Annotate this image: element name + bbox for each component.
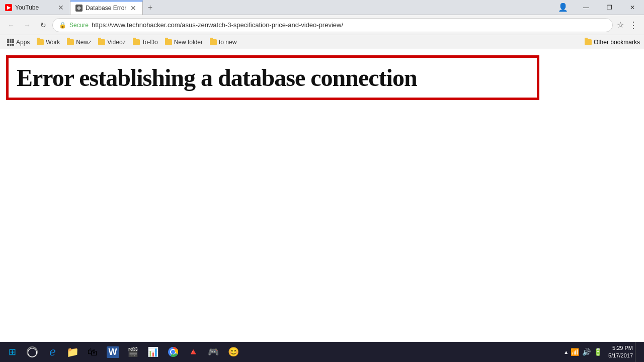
ie-icon: ℯ	[49, 345, 56, 358]
movies-icon: 🎬	[127, 346, 138, 357]
minimize-button[interactable]: —	[575, 0, 598, 15]
tab-youtube[interactable]: ▶ YouTube ✕	[0, 1, 70, 15]
word-button[interactable]: W	[103, 342, 123, 362]
windows-logo-icon: ⊞	[9, 346, 16, 357]
db-tab-close[interactable]: ✕	[129, 4, 137, 12]
movies-button[interactable]: 🎬	[123, 342, 143, 362]
show-desktop-button[interactable]	[635, 342, 638, 362]
page-content: Error establishing a database connection	[0, 49, 644, 342]
file-explorer-button[interactable]: 📁	[62, 342, 83, 362]
system-tray-expand[interactable]: ▲	[564, 349, 569, 355]
folder-icon	[37, 39, 44, 45]
maximize-button[interactable]: ❐	[598, 0, 621, 15]
folder-icon	[98, 39, 105, 45]
db-tab-icon: ⊗	[75, 5, 83, 12]
refresh-button[interactable]: ↻	[36, 18, 50, 32]
secure-label: Secure	[69, 22, 89, 29]
cortana-icon: ◯	[27, 346, 38, 357]
close-button[interactable]: ✕	[621, 0, 644, 15]
youtube-tab-label: YouTube	[15, 4, 54, 11]
forward-button[interactable]: →	[20, 18, 34, 32]
battery-icon: 🔋	[594, 348, 602, 356]
misc1-button[interactable]: 🎮	[203, 342, 223, 362]
start-button[interactable]: ⊞	[2, 342, 22, 362]
other-bookmarks-folder-icon	[585, 39, 592, 45]
newz-label: Newz	[76, 39, 91, 46]
other-bookmarks-label: Other bookmarks	[594, 39, 640, 46]
time-display: 5:29 PM	[608, 344, 633, 352]
taskbar-clock[interactable]: 5:29 PM 5/17/2017	[608, 344, 633, 360]
svg-point-2	[171, 350, 175, 354]
store-icon: 🛍	[88, 346, 98, 358]
bookmark-star-button[interactable]: ☆	[617, 20, 624, 30]
to-new-label: to new	[219, 39, 236, 46]
teams-icon: 📊	[147, 346, 158, 357]
teams-button[interactable]: 📊	[143, 342, 163, 362]
back-button[interactable]: ←	[4, 18, 18, 32]
apps-grid-icon	[7, 39, 14, 46]
apps-label: Apps	[16, 39, 30, 46]
todo-label: To-Do	[142, 39, 158, 46]
misc1-icon: 🎮	[208, 346, 219, 357]
url-text: https://www.technohacker.com/asus-zenwat…	[92, 21, 606, 29]
bookmark-apps[interactable]: Apps	[4, 38, 33, 47]
new-folder-label: New folder	[174, 39, 203, 46]
address-bar: ← → ↻ 🔒 Secure https://www.technohacker.…	[0, 15, 644, 35]
bookmark-new-folder[interactable]: New folder	[162, 38, 206, 47]
bookmark-to-new[interactable]: to new	[207, 38, 239, 47]
other-bookmarks-section[interactable]: Other bookmarks	[585, 39, 640, 46]
chrome-icon	[168, 346, 179, 357]
internet-explorer-button[interactable]: ℯ	[42, 342, 62, 362]
new-tab-button[interactable]: +	[143, 1, 157, 15]
bookmarks-bar: Apps Work Newz Videoz To-Do New folder t…	[0, 35, 644, 49]
folder-icon	[165, 39, 172, 45]
chrome-taskbar-button[interactable]	[163, 342, 183, 362]
taskbar-right: ▲ 📶 🔊 🔋 5:29 PM 5/17/2017	[564, 342, 642, 362]
window-controls: 👤 — ❐ ✕	[551, 0, 644, 15]
folder-icon	[210, 39, 217, 45]
vlc-button[interactable]: 🔺	[183, 342, 203, 362]
vlc-icon: 🔺	[188, 346, 199, 357]
youtube-tab-close[interactable]: ✕	[57, 4, 65, 12]
misc2-icon: 😊	[228, 346, 239, 357]
folder-icon	[133, 39, 140, 45]
store-button[interactable]: 🛍	[83, 342, 103, 362]
bookmark-newz[interactable]: Newz	[64, 38, 94, 47]
url-bar[interactable]: 🔒 Secure https://www.technohacker.com/as…	[52, 18, 613, 32]
error-message: Error establishing a database connection	[17, 64, 529, 92]
file-explorer-icon: 📁	[66, 346, 79, 358]
chrome-menu-button[interactable]: ⋮	[626, 18, 640, 32]
user-icon[interactable]: 👤	[551, 0, 575, 15]
work-label: Work	[46, 39, 60, 46]
misc2-button[interactable]: 😊	[223, 342, 244, 362]
taskbar: ⊞ ◯ ℯ 📁 🛍 W 🎬 📊 🔺 🎮 😊 ▲	[0, 342, 644, 362]
folder-icon	[67, 39, 74, 45]
system-tray-icons: 📶 🔊 🔋	[571, 348, 602, 356]
db-tab-label: Database Error	[86, 5, 126, 12]
bookmark-videoz[interactable]: Videoz	[95, 38, 128, 47]
tab-db-error[interactable]: ⊗ Database Error ✕	[70, 1, 143, 15]
error-box: Error establishing a database connection	[6, 55, 539, 100]
cortana-button[interactable]: ◯	[22, 342, 42, 362]
videoz-label: Videoz	[107, 39, 125, 46]
network-icon: 📶	[571, 348, 579, 356]
bookmark-work[interactable]: Work	[34, 38, 63, 47]
youtube-tab-icon: ▶	[5, 4, 12, 11]
secure-icon: 🔒	[59, 22, 66, 29]
volume-icon: 🔊	[582, 348, 591, 356]
bookmark-todo[interactable]: To-Do	[130, 38, 161, 47]
date-display: 5/17/2017	[608, 352, 633, 359]
word-icon: W	[107, 346, 119, 358]
title-bar: ▶ YouTube ✕ ⊗ Database Error ✕ + 👤 — ❐ ✕	[0, 0, 644, 15]
